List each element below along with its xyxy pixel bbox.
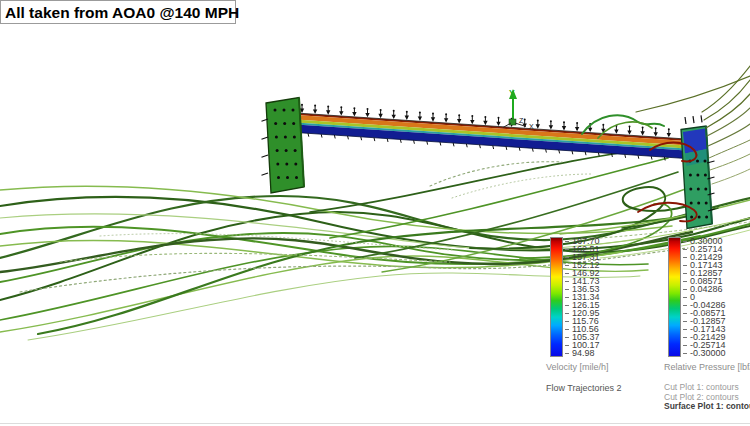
pressure-unit-label: Relative Pressure [lbf/in^2] [664, 362, 750, 372]
pressure-legend-ticks: 0.300000.257140.214290.171430.128570.085… [683, 237, 726, 357]
left-endplate[interactable] [266, 98, 304, 194]
annotation-text: All taken from AOA0 @140 MPH [5, 4, 239, 21]
legend-tick: 94.98 [565, 349, 600, 357]
z-axis-label: Z [519, 117, 524, 124]
flow-simulation-viewport[interactable]: Y Z X All taken from [0, 0, 750, 426]
window-bottom-edge [0, 423, 750, 425]
wing[interactable] [296, 113, 686, 159]
y-axis-label: Y [509, 88, 515, 98]
pressure-legend: 0.300000.257140.214290.171430.128570.085… [664, 237, 750, 412]
axis-triad: Y Z X [503, 88, 534, 130]
velocity-legend: 167.70162.51157.31152.12146.92141.73136.… [546, 237, 656, 393]
annotation-note[interactable]: All taken from AOA0 @140 MPH [0, 0, 236, 24]
velocity-color-bar[interactable] [550, 237, 563, 357]
legend-tick: -0.30000 [683, 349, 726, 357]
flow-trajectories-caption[interactable]: Flow Trajectories 2 [546, 383, 656, 393]
surface-plot-1-caption[interactable]: Surface Plot 1: contours [664, 402, 750, 412]
pressure-color-bar[interactable] [668, 237, 681, 357]
plot-captions: Cut Plot 1: contours Cut Plot 2: contour… [664, 383, 750, 412]
x-axis-label: X [529, 123, 534, 130]
velocity-legend-ticks: 167.70162.51157.31152.12146.92141.73136.… [565, 237, 600, 357]
velocity-unit-label: Velocity [mile/h] [546, 362, 656, 372]
